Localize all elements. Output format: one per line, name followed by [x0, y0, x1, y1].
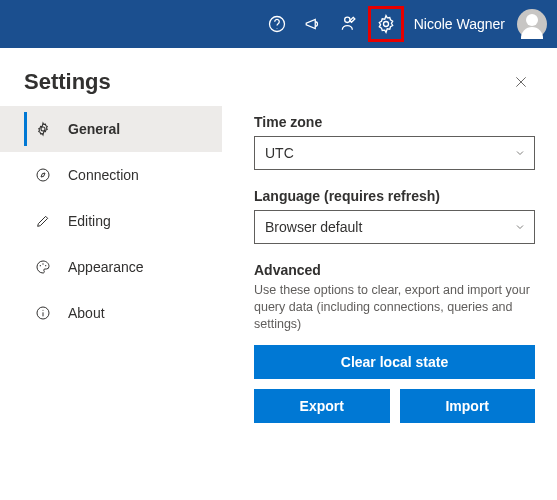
timezone-label: Time zone [254, 114, 535, 130]
import-button[interactable]: Import [400, 389, 536, 423]
svg-point-11 [42, 310, 43, 311]
megaphone-icon[interactable] [296, 7, 330, 41]
gear-icon [34, 121, 52, 137]
sidebar-item-connection[interactable]: Connection [0, 152, 222, 198]
export-button[interactable]: Export [254, 389, 390, 423]
sidebar-item-label: Connection [68, 167, 139, 183]
timezone-select[interactable]: UTC [254, 136, 535, 170]
settings-content: Time zone UTC Language (requires refresh… [222, 106, 557, 423]
topbar: Nicole Wagner [0, 0, 557, 48]
language-value: Browser default [265, 219, 362, 235]
svg-point-8 [45, 265, 46, 266]
help-icon[interactable] [260, 7, 294, 41]
clear-local-state-button[interactable]: Clear local state [254, 345, 535, 379]
chevron-down-icon [514, 221, 526, 233]
advanced-title: Advanced [254, 262, 535, 278]
panel-header: Settings [0, 66, 557, 106]
settings-sidebar: General Connection Editing Appearance [0, 106, 222, 423]
svg-point-2 [344, 17, 349, 22]
username-label: Nicole Wagner [414, 16, 505, 32]
sidebar-item-about[interactable]: About [0, 290, 222, 336]
feedback-icon[interactable] [332, 7, 366, 41]
sidebar-item-appearance[interactable]: Appearance [0, 244, 222, 290]
settings-panel: Settings General Connection [0, 48, 557, 423]
language-select[interactable]: Browser default [254, 210, 535, 244]
language-label: Language (requires refresh) [254, 188, 535, 204]
sidebar-item-editing[interactable]: Editing [0, 198, 222, 244]
advanced-helper-text: Use these options to clear, export and i… [254, 282, 535, 333]
palette-icon [34, 259, 52, 275]
sidebar-item-label: About [68, 305, 105, 321]
export-import-row: Export Import [254, 389, 535, 423]
sidebar-item-general[interactable]: General [0, 106, 222, 152]
svg-point-3 [383, 22, 388, 27]
sidebar-item-label: Appearance [68, 259, 144, 275]
sidebar-item-label: Editing [68, 213, 111, 229]
svg-point-4 [41, 127, 45, 131]
info-icon [34, 305, 52, 321]
sidebar-item-label: General [68, 121, 120, 137]
svg-point-1 [276, 28, 277, 29]
chevron-down-icon [514, 147, 526, 159]
timezone-value: UTC [265, 145, 294, 161]
close-button[interactable] [505, 66, 537, 98]
pencil-icon [34, 213, 52, 229]
avatar[interactable] [517, 9, 547, 39]
compass-icon [34, 167, 52, 183]
svg-point-7 [42, 263, 43, 264]
svg-point-5 [37, 169, 49, 181]
panel-title: Settings [24, 69, 111, 95]
settings-gear-icon[interactable] [368, 6, 404, 42]
svg-point-6 [40, 265, 41, 266]
